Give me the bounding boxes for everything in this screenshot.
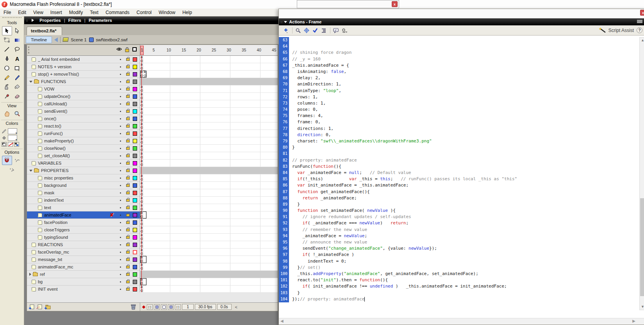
symbol-breadcrumb[interactable]: swf\textbox2.swf	[96, 37, 128, 42]
layer-udpateonce-[interactable]: udpateOnce()	[27, 93, 140, 100]
layer-lock-icon[interactable]	[126, 192, 130, 194]
frame-row[interactable]: a	[140, 249, 278, 256]
layer-lock-icon[interactable]	[126, 236, 130, 239]
layer-visibility-dot[interactable]	[120, 259, 121, 260]
frame-row[interactable]: a	[140, 85, 278, 93]
layer-lock-icon[interactable]	[126, 243, 130, 246]
rectangle-tool[interactable]	[12, 64, 22, 73]
layer-outline-color-swatch[interactable]	[133, 146, 137, 151]
menu-commands[interactable]: Commands	[102, 9, 133, 16]
onion-skin-outlines-button[interactable]	[161, 304, 167, 310]
layer-outline-color-swatch[interactable]	[133, 258, 137, 262]
layer-lock-icon[interactable]	[126, 184, 130, 187]
propbar-grip[interactable]: ::	[24, 19, 29, 22]
gradient-transform-tool[interactable]	[12, 36, 22, 45]
layer-lock-icon[interactable]	[126, 177, 130, 179]
add-statement-button[interactable]	[282, 27, 290, 34]
folder-collapse-triangle[interactable]	[29, 170, 32, 172]
line-tool[interactable]	[2, 45, 12, 54]
frame-row[interactable]: a	[140, 226, 278, 234]
layer-faceoverlap-mc[interactable]: faceOverlap_mc	[27, 249, 140, 256]
layer-reactions[interactable]: REACTIONS	[27, 241, 140, 249]
layer-outline-color-swatch[interactable]	[133, 87, 137, 91]
layer-visibility-dot[interactable]	[120, 155, 121, 156]
layer-lock-icon[interactable]	[126, 117, 130, 120]
frame-row[interactable]: a	[140, 108, 278, 115]
layer-outline-color-swatch[interactable]	[133, 176, 137, 180]
layer-lock-icon[interactable]	[126, 273, 130, 276]
layer-visibility-dot[interactable]	[120, 148, 121, 149]
layer-visibility-dot[interactable]	[120, 103, 121, 105]
layer-lock-icon[interactable]	[126, 80, 130, 83]
layer-vow[interactable]: VOW	[27, 85, 140, 93]
layer-visibility-dot[interactable]	[120, 126, 121, 127]
layer-visibility-dot[interactable]	[120, 192, 121, 194]
actions-header-grip[interactable]: ::	[280, 20, 282, 24]
frame-row[interactable]: a	[140, 241, 278, 249]
layer-visibility-dot[interactable]	[120, 207, 121, 208]
layer-lock-icon[interactable]	[126, 110, 130, 113]
layer-lock-icon[interactable]	[126, 140, 130, 142]
layer-lock-icon[interactable]	[126, 73, 130, 76]
layer-visibility-dot[interactable]	[120, 237, 121, 238]
layer-folder-functions[interactable]: FUNCTIONS	[27, 78, 140, 85]
snap-to-objects-toggle[interactable]	[2, 156, 12, 165]
frame-row[interactable]: a	[140, 197, 278, 204]
layer-lock-icon[interactable]	[126, 162, 130, 165]
frame-row[interactable]: a	[140, 189, 278, 197]
script-assist-button[interactable]: Script Assist	[599, 27, 634, 34]
frame-row[interactable]: a	[140, 123, 278, 130]
layer-outline-color-swatch[interactable]	[133, 228, 137, 232]
frame-row[interactable]: a	[140, 160, 278, 167]
layer-lock-icon[interactable]	[126, 103, 130, 105]
menu-insert[interactable]: Insert	[47, 9, 66, 16]
layer-makeproperty-[interactable]: makeProperty()	[27, 137, 140, 145]
layer-visibility-dot[interactable]	[120, 215, 121, 216]
lasso-tool[interactable]	[12, 45, 22, 54]
menu-modify[interactable]: Modify	[66, 9, 86, 16]
layer-visibility-dot[interactable]	[120, 244, 121, 245]
layer-outline-color-swatch[interactable]	[133, 65, 137, 69]
frame-row[interactable]	[140, 271, 278, 278]
eraser-tool[interactable]	[12, 92, 22, 101]
folder-expand-triangle[interactable]	[29, 273, 31, 276]
no-color-button[interactable]	[8, 142, 13, 147]
editor-horizontal-scrollbar[interactable]: ◀ ▶	[279, 318, 644, 325]
propbar-tab-filters[interactable]: Filters	[66, 18, 84, 23]
scroll-up-arrow[interactable]: ▲	[640, 37, 644, 43]
scroll-left-arrow[interactable]: ◀	[280, 319, 284, 323]
layer-variables[interactable]: VARIABLES	[27, 160, 140, 167]
add-motion-guide-button[interactable]	[36, 304, 43, 310]
show-hide-all-layers-icon[interactable]	[116, 47, 122, 51]
layer-lock-icon[interactable]	[126, 221, 130, 224]
playhead-bottom-marker[interactable]	[142, 305, 145, 308]
layer-lock-icon[interactable]	[126, 266, 130, 268]
layer-visibility-dot[interactable]	[120, 118, 121, 119]
frame-row[interactable]: a	[140, 152, 278, 160]
playhead-line[interactable]	[141, 56, 142, 292]
layer-lock-icon[interactable]	[126, 58, 130, 61]
layer-visibility-dot[interactable]	[120, 266, 121, 268]
layer-outline-color-swatch[interactable]	[133, 80, 137, 84]
layer-animatedface-mc[interactable]: animatedFace_mc	[27, 263, 140, 271]
layer-outline-color-swatch[interactable]	[133, 220, 137, 225]
layer-lock-icon[interactable]	[126, 206, 130, 209]
layer-lock-icon[interactable]	[126, 169, 130, 172]
layer-closetriggers[interactable]: closeTriggers	[27, 226, 140, 234]
layer-outline-color-swatch[interactable]	[133, 169, 137, 173]
text-tool[interactable]: A	[12, 54, 22, 64]
layer-indenttext[interactable]: indentText	[27, 197, 140, 204]
layer-outline-color-swatch[interactable]	[133, 243, 137, 247]
layer-visibility-dot[interactable]	[120, 185, 121, 186]
menu-control[interactable]: Control	[133, 9, 155, 16]
layer-outline-color-swatch[interactable]	[133, 235, 137, 240]
folder-collapse-triangle[interactable]	[29, 81, 32, 83]
subselection-tool[interactable]	[12, 26, 22, 36]
frame-row[interactable]: a	[140, 256, 278, 263]
layer-lock-icon[interactable]	[126, 147, 130, 150]
layer-animatedface[interactable]: animatedFace	[27, 211, 140, 219]
layer-lock-icon[interactable]	[126, 66, 130, 68]
layer-visibility-dot[interactable]	[120, 222, 121, 223]
layer-lock-icon[interactable]	[126, 132, 130, 135]
layer-outline-color-swatch[interactable]	[133, 57, 137, 62]
